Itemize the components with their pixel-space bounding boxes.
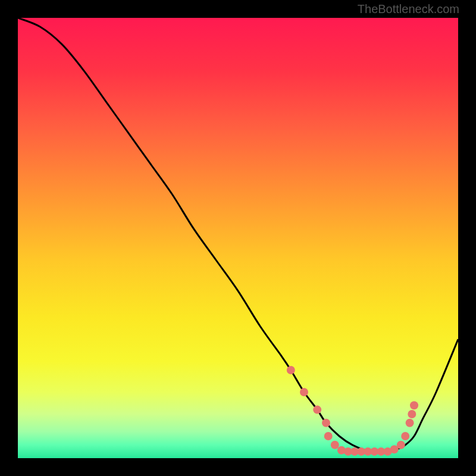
watermark-text: TheBottleneck.com — [358, 2, 459, 16]
marker-dot — [406, 419, 414, 427]
marker-dot — [324, 432, 333, 440]
marker-dot — [401, 432, 409, 440]
highlight-dots — [287, 366, 418, 456]
bottleneck-curve — [18, 18, 458, 452]
marker-dot — [287, 366, 295, 374]
marker-dot — [408, 410, 416, 418]
marker-dot — [397, 441, 405, 449]
marker-dot — [322, 419, 330, 427]
marker-dot — [300, 388, 308, 396]
marker-dot — [331, 441, 339, 449]
marker-dot — [313, 406, 321, 414]
marker-dot — [410, 401, 418, 409]
plot-area — [18, 18, 458, 458]
chart-svg — [18, 18, 458, 458]
